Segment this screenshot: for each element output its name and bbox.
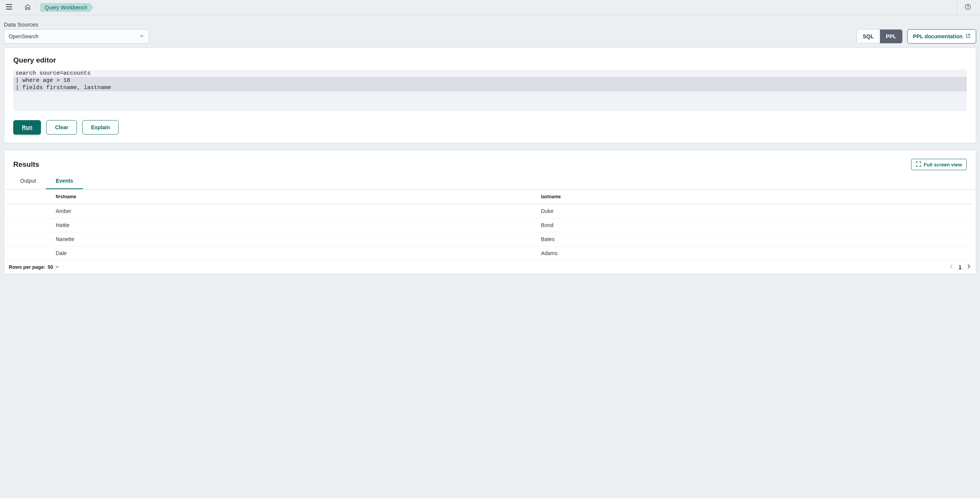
column-header-lastname[interactable]: lastname — [493, 189, 973, 204]
prev-page-button[interactable] — [949, 263, 954, 270]
next-page-button[interactable] — [966, 263, 971, 270]
tab-output[interactable]: Output — [10, 174, 46, 189]
cell-firstname: Amber — [7, 204, 493, 218]
external-link-icon — [966, 33, 970, 40]
query-editor-title: Query editor — [13, 56, 967, 64]
results-table: firstname lastname Amber Duke Hattie Bon… — [7, 189, 973, 260]
explain-button[interactable]: Explain — [82, 120, 119, 135]
header-right — [952, 0, 977, 15]
query-editor-card: Query editor search source=accounts | wh… — [4, 48, 976, 143]
tab-events[interactable]: Events — [46, 174, 83, 189]
run-button[interactable]: Run — [13, 120, 41, 135]
results-tabs: Output Events — [4, 170, 976, 189]
table-row: Dale Adams — [7, 247, 973, 260]
header-left: Query Workbench — [3, 2, 94, 14]
data-sources-select[interactable]: OpenSearch — [4, 29, 149, 44]
language-toggle: SQL PPL — [856, 29, 903, 44]
chevron-down-icon — [140, 33, 144, 40]
editor-line: | fields firstname, lastname — [13, 84, 967, 91]
cell-firstname: Dale — [7, 247, 493, 260]
editor-buttons: Run Clear Explain — [13, 120, 967, 135]
chevron-down-icon — [55, 264, 59, 270]
svg-point-1 — [967, 8, 968, 9]
menu-button[interactable] — [3, 2, 15, 14]
divider — [37, 3, 37, 12]
cell-lastname: Bates — [493, 232, 973, 247]
pagination: 1 — [949, 263, 971, 270]
rows-per-label: Rows per page: — [9, 264, 46, 270]
editor-line: | where age > 18 — [13, 77, 967, 84]
doc-link-label: PPL documentation — [913, 33, 963, 40]
editor-line: search source=accounts — [13, 70, 967, 77]
rows-per-value: 50 — [48, 264, 53, 270]
clear-button[interactable]: Clear — [46, 120, 77, 135]
table-footer: Rows per page: 50 1 — [4, 260, 976, 274]
hamburger-icon — [6, 4, 12, 11]
results-title: Results — [13, 160, 40, 169]
column-header-firstname[interactable]: firstname — [7, 189, 493, 204]
cell-firstname: Hattie — [7, 218, 493, 232]
page-number[interactable]: 1 — [959, 264, 961, 270]
breadcrumb[interactable]: Query Workbench — [40, 3, 94, 12]
rows-per-page[interactable]: Rows per page: 50 — [9, 264, 59, 270]
divider — [18, 3, 19, 12]
table-row: Hattie Bond — [7, 218, 973, 232]
cell-lastname: Duke — [493, 204, 973, 218]
divider — [957, 0, 957, 15]
data-sources-group: Data Sources OpenSearch — [4, 21, 149, 44]
chevron-left-icon — [950, 264, 953, 270]
ppl-toggle[interactable]: PPL — [880, 30, 902, 43]
help-icon — [965, 4, 971, 11]
chevron-right-icon — [967, 264, 970, 270]
results-card: Results Full screen view Output Events f… — [4, 150, 976, 274]
results-header: Results Full screen view — [4, 150, 976, 170]
results-table-wrap: firstname lastname Amber Duke Hattie Bon… — [4, 189, 976, 260]
home-button[interactable] — [22, 2, 34, 14]
table-row: Nanette Bates — [7, 232, 973, 247]
data-sources-value: OpenSearch — [9, 33, 39, 40]
full-screen-label: Full screen view — [924, 162, 962, 167]
fullscreen-icon — [916, 161, 921, 168]
sql-toggle[interactable]: SQL — [857, 30, 880, 43]
home-icon — [25, 4, 31, 11]
cell-lastname: Bond — [493, 218, 973, 232]
ppl-documentation-link[interactable]: PPL documentation — [907, 29, 976, 44]
help-button[interactable] — [962, 2, 974, 14]
toolbar: Data Sources OpenSearch SQL PPL PPL docu… — [0, 15, 980, 48]
app-header: Query Workbench — [0, 0, 980, 15]
query-editor[interactable]: search source=accounts | where age > 18 … — [13, 70, 967, 111]
cell-firstname: Nanette — [7, 232, 493, 247]
data-sources-label: Data Sources — [4, 21, 149, 28]
full-screen-button[interactable]: Full screen view — [911, 159, 967, 170]
table-row: Amber Duke — [7, 204, 973, 218]
cell-lastname: Adams — [493, 247, 973, 260]
